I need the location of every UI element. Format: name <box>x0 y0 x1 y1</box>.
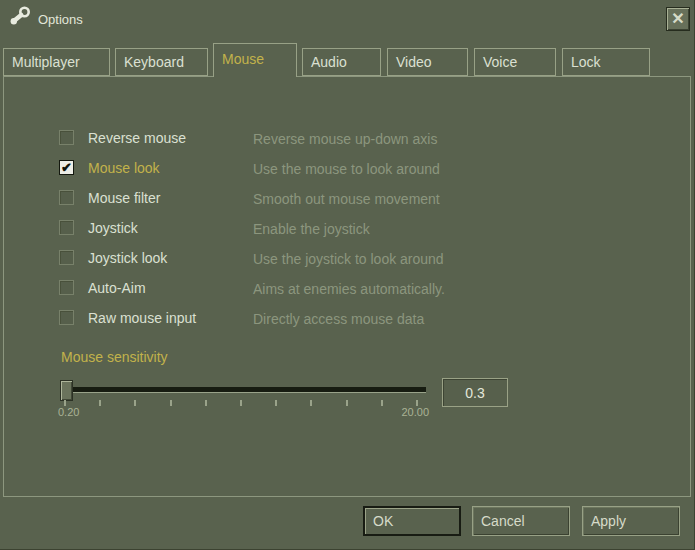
options-dialog: Options ✕ Multiplayer Keyboard Mouse Aud… <box>0 0 695 550</box>
option-label[interactable]: Mouse look <box>88 160 160 176</box>
option-description: Use the mouse to look around <box>253 161 440 177</box>
option-row: Raw mouse input Directly access mouse da… <box>4 307 690 337</box>
option-label[interactable]: Mouse filter <box>88 190 160 206</box>
option-label[interactable]: Reverse mouse <box>88 130 186 146</box>
sensitivity-value-input[interactable] <box>442 378 508 407</box>
tab-label: Mouse <box>214 44 296 74</box>
option-label[interactable]: Raw mouse input <box>88 310 196 326</box>
slider-max-label: 20.00 <box>362 406 429 418</box>
options-list: Reverse mouse Reverse mouse up-down axis… <box>4 127 690 337</box>
sensitivity-slider-track[interactable] <box>60 387 426 392</box>
tab-voice[interactable]: Voice <box>474 48 556 76</box>
checkbox[interactable] <box>59 280 74 295</box>
option-row: Reverse mouse Reverse mouse up-down axis <box>4 127 690 157</box>
tab-panel-mouse: Reverse mouse Reverse mouse up-down axis… <box>3 76 691 497</box>
option-row: Joystick look Use the joystick to look a… <box>4 247 690 277</box>
option-description: Reverse mouse up-down axis <box>253 131 437 147</box>
tab-audio[interactable]: Audio <box>302 48 381 76</box>
option-row: Mouse filter Smooth out mouse movement <box>4 187 690 217</box>
tab-keyboard[interactable]: Keyboard <box>115 48 208 76</box>
tab-mouse[interactable]: Mouse <box>213 43 297 77</box>
option-description: Directly access mouse data <box>253 311 424 327</box>
tab-lock[interactable]: Lock <box>562 48 650 76</box>
tab-label: Voice <box>475 49 555 75</box>
slider-min-label: 0.20 <box>58 406 79 418</box>
ok-button[interactable]: OK <box>363 506 461 536</box>
sensitivity-label: Mouse sensitivity <box>61 349 168 365</box>
option-row: Auto-Aim Aims at enemies automatically. <box>4 277 690 307</box>
option-description: Enable the joystick <box>253 221 370 237</box>
checkbox[interactable] <box>59 310 74 325</box>
tab-label: Keyboard <box>116 49 207 75</box>
tab-label: Multiplayer <box>4 49 109 75</box>
option-description: Use the joystick to look around <box>253 251 444 267</box>
checkbox[interactable] <box>59 160 74 175</box>
apply-button[interactable]: Apply <box>582 506 680 536</box>
checkbox[interactable] <box>59 220 74 235</box>
option-label[interactable]: Auto-Aim <box>88 280 146 296</box>
sensitivity-slider-thumb[interactable] <box>60 380 73 401</box>
tab-multiplayer[interactable]: Multiplayer <box>3 48 110 76</box>
checkbox[interactable] <box>59 130 74 145</box>
option-description: Aims at enemies automatically. <box>253 281 445 297</box>
cancel-button[interactable]: Cancel <box>472 506 570 536</box>
tab-bar: Multiplayer Keyboard Mouse Audio Video V… <box>0 0 695 77</box>
option-row: Joystick Enable the joystick <box>4 217 690 247</box>
tab-label: Video <box>388 49 467 75</box>
checkbox[interactable] <box>59 250 74 265</box>
option-label[interactable]: Joystick <box>88 220 138 236</box>
tab-video[interactable]: Video <box>387 48 468 76</box>
checkbox[interactable] <box>59 190 74 205</box>
tab-label: Lock <box>563 49 649 75</box>
option-label[interactable]: Joystick look <box>88 250 167 266</box>
option-row: Mouse look Use the mouse to look around <box>4 157 690 187</box>
option-description: Smooth out mouse movement <box>253 191 440 207</box>
tab-label: Audio <box>303 49 380 75</box>
